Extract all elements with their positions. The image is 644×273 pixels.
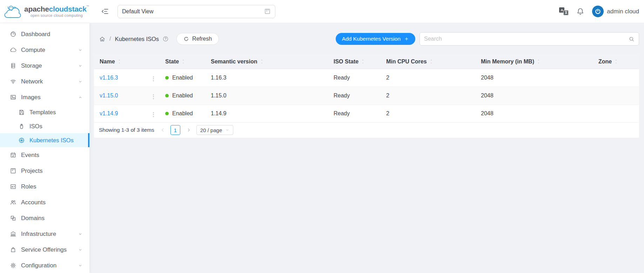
column-label: Zone bbox=[598, 59, 612, 65]
add-button-label: Add Kubernetes Version bbox=[342, 36, 401, 42]
version-name-link[interactable]: v1.16.3 bbox=[100, 75, 118, 81]
pagination-prev-icon[interactable] bbox=[160, 127, 166, 133]
main-content: / Kubernetes ISOs Refresh Add Kubernetes… bbox=[89, 23, 644, 273]
version-name-link[interactable]: v1.14.9 bbox=[100, 110, 118, 116]
row-actions-kebab-icon[interactable] bbox=[150, 110, 156, 119]
kubernetes-icon bbox=[18, 137, 25, 144]
sidebar-item-templates[interactable]: Templates bbox=[0, 105, 89, 119]
sidebar-item-network[interactable]: Network bbox=[0, 74, 89, 89]
bank-icon bbox=[10, 231, 16, 237]
add-kubernetes-version-button[interactable]: Add Kubernetes Version bbox=[336, 33, 415, 45]
search-box bbox=[420, 32, 639, 46]
status-text: Enabled bbox=[172, 93, 193, 99]
column-label: Name bbox=[100, 59, 115, 65]
page-title: Kubernetes ISOs bbox=[115, 36, 159, 42]
column-header-min_memory[interactable]: Min Memory (in MB) bbox=[475, 55, 593, 69]
sidebar-item-label: Network bbox=[21, 78, 43, 85]
reload-icon bbox=[183, 36, 189, 42]
sidebar-item-storage[interactable]: Storage bbox=[0, 58, 89, 74]
user-menu[interactable]: admin cloud bbox=[592, 6, 639, 17]
sidebar-item-isos[interactable]: ISOs bbox=[0, 119, 89, 133]
shopping-icon bbox=[10, 246, 16, 253]
cell-iso_state: Ready bbox=[328, 69, 381, 87]
cell-name: v1.15.0 bbox=[94, 87, 147, 104]
search-input[interactable] bbox=[424, 36, 629, 42]
sorter-icon[interactable] bbox=[537, 59, 540, 64]
sidebar-item-label: Service Offerings bbox=[21, 246, 67, 253]
sorter-icon[interactable] bbox=[182, 59, 185, 64]
column-header-iso_state[interactable]: ISO State bbox=[328, 55, 381, 69]
row-actions-kebab-icon[interactable] bbox=[150, 93, 156, 101]
search-icon[interactable] bbox=[629, 36, 635, 42]
sidebar-item-infrastructure[interactable]: Infrastructure bbox=[0, 226, 89, 242]
chevron-down-icon bbox=[78, 48, 82, 52]
sidebar-item-events[interactable]: Events bbox=[0, 147, 89, 163]
column-header-semantic_version[interactable]: Semantic version bbox=[205, 55, 328, 69]
app-window: apachecloudstack™ open source cloud comp… bbox=[0, 0, 644, 273]
topbar-right: A 文 admin cloud bbox=[559, 6, 644, 17]
calendar-icon bbox=[10, 152, 16, 158]
cell-semantic_version: 1.16.3 bbox=[205, 69, 328, 87]
chevron-up-icon bbox=[78, 95, 82, 100]
column-label: State bbox=[165, 59, 179, 65]
column-header-state[interactable]: State bbox=[160, 55, 205, 69]
sidebar-item-domains[interactable]: Domains bbox=[0, 210, 89, 226]
status-dot-enabled bbox=[165, 94, 169, 97]
sorter-icon[interactable] bbox=[118, 59, 121, 64]
pagination-page-1[interactable]: 1 bbox=[170, 125, 180, 135]
help-icon[interactable] bbox=[162, 36, 169, 42]
home-icon[interactable] bbox=[99, 36, 106, 42]
cell-min_memory: 2048 bbox=[475, 87, 593, 104]
sidebar-item-roles[interactable]: Roles bbox=[0, 179, 89, 194]
cell-min_memory: 2048 bbox=[475, 104, 593, 122]
menu-fold-icon[interactable] bbox=[101, 7, 109, 15]
database-icon bbox=[10, 62, 16, 69]
sorter-icon[interactable] bbox=[260, 59, 263, 64]
chevron-down-icon bbox=[78, 232, 82, 236]
cell-state: Enabled bbox=[160, 87, 205, 104]
notification-bell-icon[interactable] bbox=[576, 7, 584, 15]
sidebar-item-images[interactable]: Images bbox=[0, 89, 89, 105]
sorter-icon[interactable] bbox=[361, 59, 364, 64]
save-icon bbox=[18, 109, 25, 116]
sidebar-item-dashboard[interactable]: Dashboard bbox=[0, 26, 89, 42]
sidebar-item-label: Roles bbox=[21, 183, 36, 190]
column-label: ISO State bbox=[334, 59, 358, 65]
project-view-select[interactable]: Default View bbox=[118, 5, 275, 18]
sidebar: Dashboard Compute Storage Network Images… bbox=[0, 23, 89, 273]
sidebar-item-projects[interactable]: Projects bbox=[0, 163, 89, 179]
sidebar-item-compute[interactable]: Compute bbox=[0, 42, 89, 58]
cell-zone bbox=[593, 69, 639, 87]
gear-icon bbox=[10, 262, 16, 269]
pagination-next-icon[interactable] bbox=[186, 127, 192, 133]
dashboard-icon bbox=[10, 31, 16, 37]
page-size-select[interactable]: 20 / page bbox=[196, 125, 234, 135]
chevron-down-icon bbox=[78, 248, 82, 252]
column-header-name[interactable]: Name bbox=[94, 55, 147, 69]
sorter-icon[interactable] bbox=[430, 59, 433, 64]
column-header-min_cpu[interactable]: Min CPU Cores bbox=[381, 55, 475, 69]
sidebar-item-accounts[interactable]: Accounts bbox=[0, 194, 89, 210]
username: admin cloud bbox=[607, 8, 639, 15]
cloudstack-logo[interactable]: apachecloudstack™ open source cloud comp… bbox=[0, 4, 89, 19]
sidebar-item-kubernetes-isos[interactable]: Kubernetes ISOs bbox=[0, 133, 89, 147]
status-text: Enabled bbox=[172, 110, 193, 117]
brand-cloudstack: cloudstack bbox=[49, 5, 87, 13]
sorter-icon[interactable] bbox=[615, 59, 618, 64]
column-header-zone[interactable]: Zone bbox=[593, 55, 639, 69]
sidebar-item-service-offerings[interactable]: Service Offerings bbox=[0, 242, 89, 258]
sidebar-item-configuration[interactable]: Configuration bbox=[0, 258, 89, 273]
row-actions-kebab-icon[interactable] bbox=[150, 75, 156, 83]
refresh-button[interactable]: Refresh bbox=[176, 33, 219, 45]
column-label: Min CPU Cores bbox=[386, 59, 427, 65]
cell-state: Enabled bbox=[160, 69, 205, 87]
translate-icon[interactable]: A 文 bbox=[559, 7, 569, 15]
sidebar-item-label: Domains bbox=[21, 215, 45, 222]
usb-icon bbox=[18, 123, 25, 130]
version-name-link[interactable]: v1.15.0 bbox=[100, 93, 118, 98]
table-row: v1.15.0Enabled1.15.0Ready22048 bbox=[94, 87, 639, 104]
cell-min_memory: 2048 bbox=[475, 69, 593, 87]
sidebar-item-label: Images bbox=[21, 94, 41, 101]
translate-cjk: 文 bbox=[563, 10, 569, 15]
project-icon bbox=[10, 168, 16, 174]
